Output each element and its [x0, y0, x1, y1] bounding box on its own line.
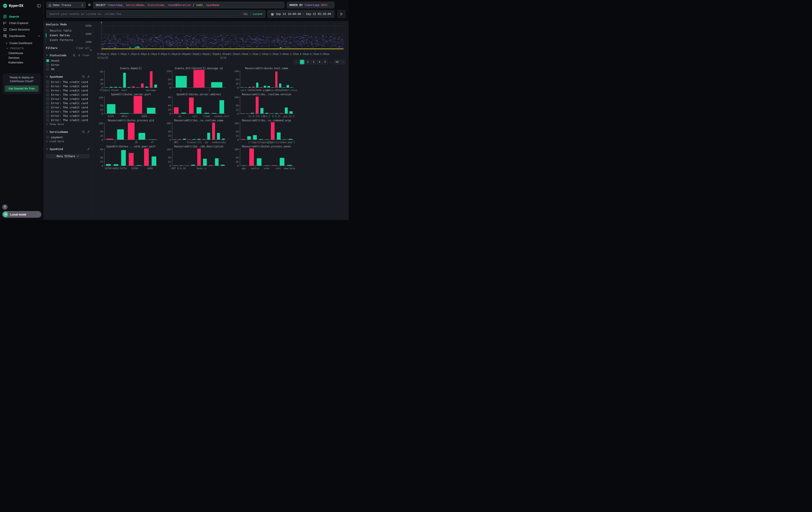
mini-chart-resourceattributes-process-owner[interactable]: ResourceAttributes.process.owner02550100… — [233, 145, 294, 171]
next-page-button[interactable]: › — [341, 60, 345, 64]
source-select[interactable]: Demo Traces — [47, 2, 86, 8]
pin-icon[interactable] — [78, 54, 81, 57]
filter-section-header-statuscode[interactable]: StatusCodeClear — [46, 53, 90, 57]
mini-chart-spanattributes-sock-peer-port[interactable]: SpanAttributes....sock.peer.port01530603… — [97, 145, 158, 171]
filter-checkbox-row[interactable]: Error — [46, 63, 90, 67]
sidebar-item-dashboards[interactable]: Dashboards — [0, 33, 44, 39]
run-query-button[interactable] — [338, 10, 345, 18]
page-button-4[interactable]: 4 — [317, 60, 322, 64]
mini-chart-resourceattribu-runtime-version[interactable]: ResourceAttribu..runtime.version02550100… — [233, 93, 294, 119]
create-dashboard-button[interactable]: + Create Dashboard — [0, 41, 44, 46]
filter-section-header-spankind[interactable]: SpanKind — [46, 147, 90, 151]
page-button-2[interactable]: 2 — [306, 60, 310, 64]
page-button-10[interactable]: 10 — [335, 60, 340, 64]
mini-chart-spanattributes-server-address[interactable]: SpanAttributes.server.address0204080adca… — [165, 93, 226, 119]
mini-chart-events-attributes-1-message-id[interactable]: Events.Attributes[1].message.id025501001… — [165, 67, 226, 93]
sidebar-item-client-sessions[interactable]: Client Sessions — [0, 26, 44, 33]
presets-toggle[interactable]: PRESETS — [0, 46, 44, 51]
page-button-1[interactable]: 1 — [300, 60, 304, 64]
sidebar-item-preset-services[interactable]: Services — [0, 55, 44, 60]
more-filters-button[interactable]: More filters — [46, 154, 90, 159]
account-pill[interactable]: U Local mode › — [2, 211, 41, 218]
bar-pink — [271, 122, 274, 140]
sidebar-item-preset-clickhouse[interactable]: ClickHouse — [0, 51, 44, 55]
axis-tick — [239, 88, 240, 88]
checkbox-icon[interactable] — [46, 119, 49, 122]
filter-checkbox-row[interactable]: Error: The credit card (… — [46, 118, 90, 122]
gear-icon[interactable]: ⚙ — [87, 3, 91, 7]
checkbox-icon[interactable] — [46, 85, 49, 88]
search-icon[interactable] — [82, 131, 85, 133]
search-icon[interactable] — [82, 75, 85, 78]
density-cell — [133, 39, 135, 40]
analysis-mode-option-results-table[interactable]: Results Table — [46, 28, 90, 33]
filter-section-header-spanname[interactable]: SpanName — [46, 75, 90, 79]
pin-icon[interactable] — [87, 131, 90, 133]
mini-chart-resourceattribu-ss-runtime-name[interactable]: ResourceAttribu..ss.runtime.name02550100… — [165, 119, 226, 145]
filter-checkbox-row[interactable]: Error: The credit card (… — [46, 105, 90, 109]
checkbox-icon[interactable] — [46, 93, 49, 96]
checkbox-icon[interactable] — [46, 106, 49, 109]
filter-checkbox-row[interactable]: Error: The credit card (… — [46, 88, 90, 92]
density-cell — [142, 47, 144, 47]
filter-checkbox-row[interactable]: Error: The credit card (… — [46, 80, 90, 84]
prev-page-button[interactable]: ‹ — [294, 60, 299, 64]
events-timeline-chart[interactable] — [101, 22, 344, 50]
filter-checkbox-row[interactable]: Error: The credit card (… — [46, 92, 90, 97]
pin-icon[interactable] — [87, 75, 90, 78]
checkbox-icon[interactable] — [46, 81, 49, 83]
filter-checkbox-row[interactable]: Ok — [46, 67, 90, 71]
analysis-mode-option-event-patterns[interactable]: Event Patterns — [46, 37, 90, 42]
mini-chart-resourceattribu-ss-command-args[interactable]: ResourceAttribu..ss.command_args02550100… — [233, 119, 294, 145]
sidebar-item-search[interactable]: Search — [0, 14, 44, 20]
date-range-picker[interactable]: Sep 14 18:00:00 - Sep 15 05:30:00 — [267, 10, 335, 18]
mini-chart-resourceattributes-host-name[interactable]: ResourceAttributes.host.name02550100cart… — [233, 67, 294, 93]
checkbox-icon[interactable] — [46, 68, 49, 71]
filter-checkbox-row[interactable]: Error: The credit card (… — [46, 84, 90, 88]
mini-chart-events-name-1-[interactable]: Events.Name[1]0204080Product FoundSentme… — [97, 67, 158, 93]
filter-checkbox-row[interactable]: ✓Unset — [46, 58, 90, 62]
checkbox-icon[interactable] — [46, 98, 49, 100]
sidebar-item-preset-kubernetes[interactable]: Kubernetes — [0, 60, 44, 65]
search-icon[interactable] — [73, 54, 76, 57]
filter-checkbox-row[interactable]: Error: The credit card (… — [46, 97, 90, 101]
pin-icon[interactable] — [87, 147, 90, 151]
mini-chart-resourceattribu-ime-description[interactable]: ResourceAttribu..ime.description02550100… — [165, 145, 226, 171]
bar-teal — [283, 87, 285, 88]
checkbox-icon[interactable] — [46, 63, 49, 66]
language-toggle-lucene[interactable]: Lucene — [253, 12, 262, 16]
mini-chart-resourceattributes-process-pid[interactable]: ResourceAttributes.process.pid0255010011… — [97, 119, 158, 145]
checkbox-icon[interactable] — [46, 114, 49, 117]
filter-checkbox-row[interactable]: Error: The credit card (… — [46, 114, 90, 118]
show-more-button[interactable]: Show more — [46, 122, 90, 126]
search-input[interactable]: Search your events w/ Lucene ex. column:… — [47, 10, 265, 18]
density-cell — [236, 41, 237, 41]
filter-checkbox-row[interactable]: payment — [46, 135, 90, 139]
filter-checkbox-row[interactable]: Error: The credit card (… — [46, 110, 90, 113]
checkbox-icon[interactable] — [46, 102, 49, 105]
mini-chart-spanattributes-server-port[interactable]: SpanAttributes.server.port02550100637980… — [97, 93, 158, 119]
language-toggle-sql[interactable]: SQL — [243, 12, 248, 16]
checkbox-icon[interactable] — [46, 110, 49, 113]
page-button-5[interactable]: 5 — [323, 60, 327, 64]
analysis-mode-option-event-deltas[interactable]: Event Deltas — [46, 33, 90, 37]
select-clause-input[interactable]: SELECT Timestamp, ServiceName, StatusCod… — [93, 2, 284, 8]
get-started-button[interactable]: Get Started for Free — [5, 85, 38, 92]
sidebar-item-chart-explorer[interactable]: Chart Explorer — [0, 20, 44, 26]
help-button[interactable]: ? — [2, 204, 7, 210]
checkbox-checked-icon[interactable]: ✓ — [46, 59, 49, 62]
page-button-3[interactable]: 3 — [311, 60, 316, 64]
filter-checkbox-row[interactable]: Error: The credit card (… — [46, 101, 90, 105]
chevron-down-icon — [46, 54, 48, 57]
checkbox-icon[interactable] — [46, 89, 49, 92]
density-cell — [202, 41, 204, 41]
load-more-button[interactable]: Load more — [46, 139, 90, 143]
filter-section-header-servicename[interactable]: ServiceName — [46, 130, 90, 134]
checkbox-icon[interactable] — [46, 136, 49, 139]
analysis-mode-list: Results TableEvent DeltasEvent Patterns — [46, 28, 90, 42]
clear-section-button[interactable]: Clear — [83, 54, 90, 57]
axis-tick — [171, 79, 172, 80]
sidebar-collapse-icon[interactable] — [37, 4, 41, 8]
order-by-input[interactable]: ORDER BY Timestamp DESC — [287, 2, 335, 8]
density-cell — [175, 37, 177, 37]
